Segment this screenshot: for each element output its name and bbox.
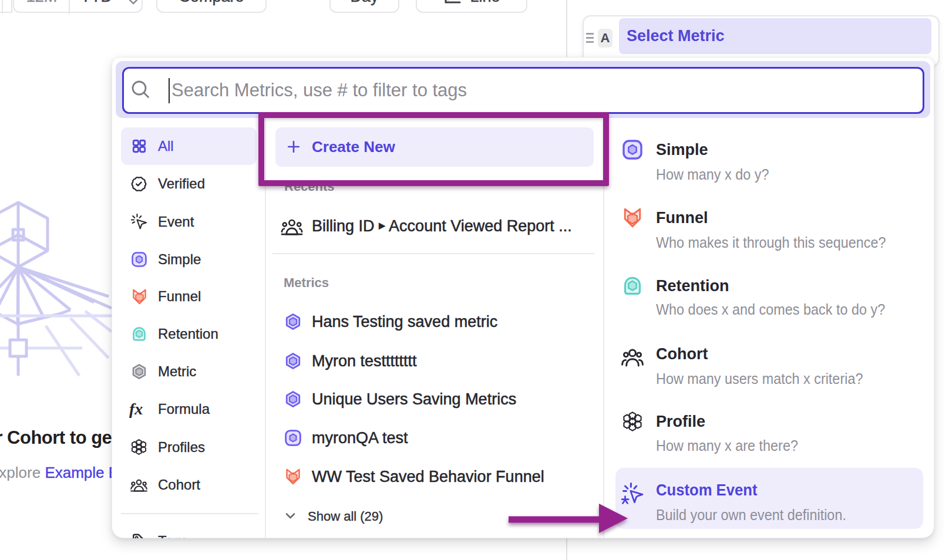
- svg-text:fx: fx: [129, 400, 143, 418]
